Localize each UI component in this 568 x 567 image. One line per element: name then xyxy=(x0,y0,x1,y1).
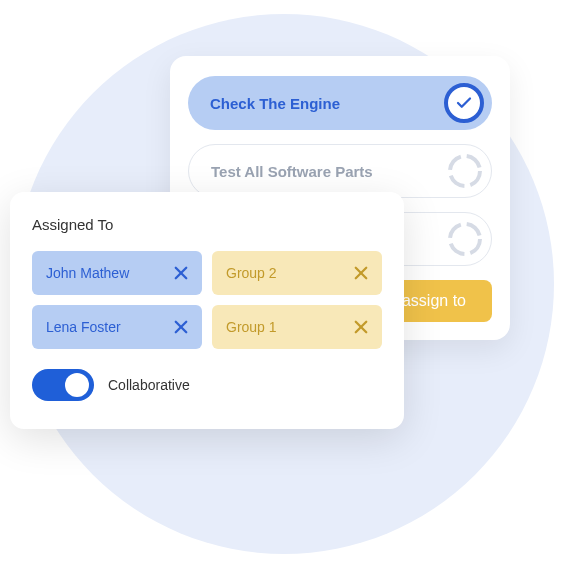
person-chip: John Mathew xyxy=(32,251,202,295)
close-icon[interactable] xyxy=(350,262,372,284)
assigned-to-title: Assigned To xyxy=(32,216,382,233)
group-chip: Group 2 xyxy=(212,251,382,295)
chip-grid: John Mathew Group 2 Lena Foster Group 1 xyxy=(32,251,382,349)
chip-label: Lena Foster xyxy=(46,319,121,335)
pending-circle-icon[interactable] xyxy=(447,153,483,189)
collaborative-toggle[interactable] xyxy=(32,369,94,401)
close-icon[interactable] xyxy=(350,316,372,338)
collaborative-label: Collaborative xyxy=(108,377,190,393)
assigned-to-card: Assigned To John Mathew Group 2 Lena Fos… xyxy=(10,192,404,429)
close-icon[interactable] xyxy=(170,262,192,284)
toggle-knob xyxy=(65,373,89,397)
pending-circle-icon[interactable] xyxy=(447,221,483,257)
task-item[interactable]: Test All Software Parts xyxy=(188,144,492,198)
close-icon[interactable] xyxy=(170,316,192,338)
check-circle-icon[interactable] xyxy=(444,83,484,123)
task-item[interactable]: Check The Engine xyxy=(188,76,492,130)
chip-label: Group 1 xyxy=(226,319,277,335)
chip-label: John Mathew xyxy=(46,265,129,281)
chip-label: Group 2 xyxy=(226,265,277,281)
svg-point-1 xyxy=(450,224,480,254)
task-label: Test All Software Parts xyxy=(211,163,373,180)
group-chip: Group 1 xyxy=(212,305,382,349)
task-label: Check The Engine xyxy=(210,95,340,112)
person-chip: Lena Foster xyxy=(32,305,202,349)
collaborative-row: Collaborative xyxy=(32,369,382,401)
svg-point-0 xyxy=(450,156,480,186)
